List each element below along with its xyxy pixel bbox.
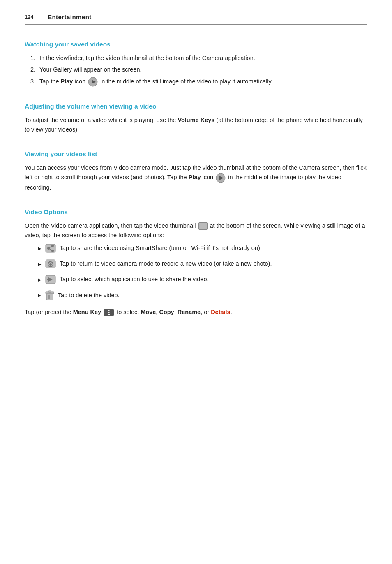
- trash-icon: [45, 290, 54, 301]
- section-viewing-videos-list: Viewing your videos list You can access …: [25, 149, 367, 192]
- page-number: 124: [25, 13, 39, 21]
- bullet-arrow: ►: [37, 291, 43, 300]
- bullet-arrow: ►: [37, 276, 43, 284]
- list-item-delete: ► Tap to delete the video.: [37, 290, 367, 301]
- svg-rect-13: [49, 261, 51, 262]
- list-item-camera: ► Tap to return to video camera mode to …: [37, 259, 367, 269]
- section-heading-options: Video Options: [25, 207, 367, 217]
- play-icon: [88, 77, 98, 87]
- list-item-share: ► Tap to select which application to use…: [37, 275, 367, 284]
- list-item: 1. In the viewfinder, tap the video thum…: [30, 53, 367, 63]
- options-bullet-list: ► Tap to share the video using SmartShar…: [37, 243, 367, 300]
- bullet-arrow: ►: [37, 245, 43, 253]
- watching-steps-list: 1. In the viewfinder, tap the video thum…: [30, 53, 367, 87]
- chapter-title: Entertainment: [48, 12, 92, 22]
- play-icon-2: [216, 173, 226, 183]
- page-header: 124 Entertainment: [25, 12, 367, 25]
- list-item: 3. Tap the Play icon in the middle of th…: [30, 77, 367, 87]
- list-item: 2. Your Gallery will appear on the scree…: [30, 65, 367, 74]
- camera-icon: [45, 259, 56, 268]
- options-intro-text: Open the Video camera application, then …: [25, 221, 367, 240]
- menu-key-icon: [104, 309, 114, 316]
- list-item-smartshare: ► Tap to share the video using SmartShar…: [37, 243, 367, 253]
- section-video-options: Video Options Open the Video camera appl…: [25, 207, 367, 317]
- section-heading-watching: Watching your saved videos: [25, 39, 367, 49]
- viewing-body-text: You can access your videos from Video ca…: [25, 163, 367, 192]
- section-watching-saved-videos: Watching your saved videos 1. In the vie…: [25, 39, 367, 87]
- svg-rect-4: [46, 244, 55, 252]
- options-footer-text: Tap (or press) the Menu Key to select Mo…: [25, 307, 367, 317]
- svg-rect-19: [48, 291, 51, 292]
- volume-body-text: To adjust the volume of a video while it…: [25, 116, 367, 134]
- share-app-icon: [45, 275, 56, 284]
- section-heading-viewing: Viewing your videos list: [25, 149, 367, 159]
- page-container: 124 Entertainment Watching your saved vi…: [0, 0, 392, 356]
- bullet-arrow: ►: [37, 260, 43, 269]
- smartshare-icon: [45, 244, 56, 253]
- thumbnail-icon: [198, 222, 208, 230]
- section-heading-volume: Adjusting the volume when viewing a vide…: [25, 102, 367, 111]
- svg-point-12: [49, 263, 52, 266]
- section-adjusting-volume: Adjusting the volume when viewing a vide…: [25, 102, 367, 134]
